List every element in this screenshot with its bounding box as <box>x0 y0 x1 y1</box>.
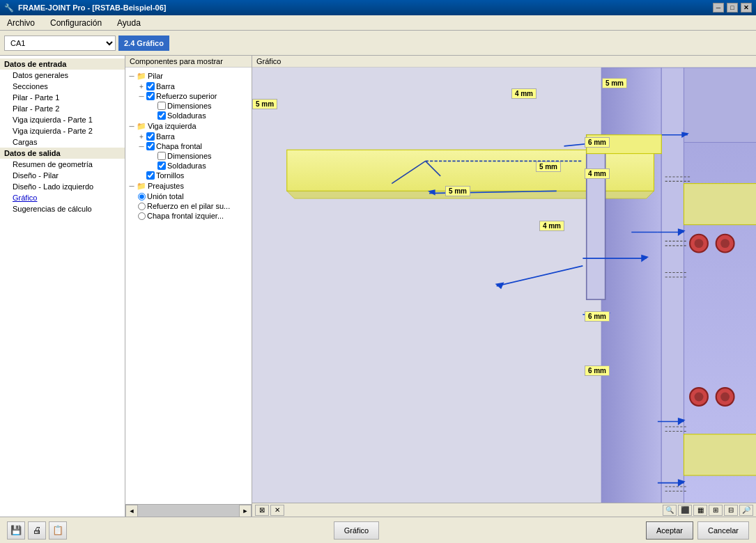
nav-resumen-geometria[interactable]: Resumen de geometría <box>0 159 125 170</box>
svg-rect-7 <box>587 135 605 300</box>
copy-button[interactable]: 📋 <box>49 521 67 540</box>
menu-bar: Archivo Configuración Ayuda <box>0 15 756 31</box>
dim-label-5mm-lower: 5 mm <box>445 186 470 196</box>
chapa-frontal-izq-radio[interactable] <box>138 212 146 220</box>
refuerzo-pilar-radio[interactable] <box>138 203 146 210</box>
pilar-expander[interactable]: ─ <box>127 72 137 80</box>
svg-point-19 <box>720 393 730 402</box>
tree-chapa-frontal[interactable]: ─ Chapa frontal <box>125 141 252 151</box>
graphic-icon-5[interactable]: ▦ <box>693 505 707 516</box>
tree-union-total[interactable]: Unión total <box>125 191 252 201</box>
nav-pilar-parte1[interactable]: Pilar - Parte 1 <box>0 92 125 103</box>
chapa-checkbox[interactable] <box>146 142 155 150</box>
tree-chapa-frontal-izq[interactable]: Chapa frontal izquier... <box>125 211 252 221</box>
pilar-barra-checkbox[interactable] <box>146 82 155 90</box>
nav-grafico[interactable]: Gráfico <box>0 192 125 203</box>
save-button[interactable]: 💾 <box>7 521 25 540</box>
graphic-right-icons: 🔍 ⬛ ▦ ⊞ ⊟ 🔎 <box>660 505 756 516</box>
svg-rect-43 <box>684 184 757 225</box>
components-header: Componentes para mostrar <box>125 56 252 68</box>
dim-label-6mm-bottom: 6 mm <box>585 365 610 376</box>
refuerzo-expander[interactable]: ─ <box>137 93 146 100</box>
tree-panel: ─ 📁 Pilar + Barra ─ Refuerzo superior <box>125 68 252 504</box>
viga-barra-expander[interactable]: + <box>137 133 146 141</box>
bottom-left-buttons: 💾 🖨 📋 <box>7 521 67 540</box>
nav-datos-generales[interactable]: Datos generales <box>0 70 125 81</box>
bottom-right-buttons: Aceptar Cancelar <box>646 521 749 540</box>
dim2-label: Dimensiones <box>167 152 212 160</box>
nav-sugerencias[interactable]: Sugerencias de cálculo <box>0 203 125 214</box>
datos-salida-header: Datos de salida <box>0 148 125 159</box>
viga-expander[interactable]: ─ <box>127 123 137 130</box>
tree-dimensiones-2[interactable]: Dimensiones <box>125 151 252 161</box>
sold2-checkbox[interactable] <box>157 162 166 170</box>
nav-secciones[interactable]: Secciones <box>0 81 125 92</box>
graphic-icon-1[interactable]: ⊠ <box>255 505 269 516</box>
app-icon: 🔧 <box>4 3 14 13</box>
tree-preajustes[interactable]: ─ 📁 Preajustes <box>125 180 252 191</box>
grafico-tab: Gráfico <box>252 56 756 68</box>
tornillos-checkbox[interactable] <box>146 171 155 180</box>
graphic-icon-4[interactable]: ⬛ <box>678 505 692 516</box>
nav-diseno-lado-izq[interactable]: Diseño - Lado izquierdo <box>0 181 125 192</box>
dim1-checkbox[interactable] <box>157 102 166 110</box>
dim1-label: Dimensiones <box>167 102 212 110</box>
scroll-right[interactable]: ► <box>239 505 252 517</box>
scroll-left[interactable]: ◄ <box>125 505 138 517</box>
viga-barra-label: Barra <box>156 132 175 141</box>
aceptar-button[interactable]: Aceptar <box>646 521 693 540</box>
ca-dropdown[interactable]: CA1 <box>4 36 116 51</box>
dim2-checkbox[interactable] <box>157 152 166 160</box>
tree-soldaduras-1[interactable]: Soldaduras <box>125 111 252 120</box>
chapa-expander[interactable]: ─ <box>137 143 146 150</box>
scroll-track[interactable] <box>138 505 239 517</box>
minimize-button[interactable]: ─ <box>713 3 724 13</box>
dim-label-5mm-mid: 5 mm <box>536 162 561 172</box>
window-title: FRAME-JOINT Pro - [RSTAB-Beispiel-06] <box>18 3 166 12</box>
tree-scrollbar: ◄ ► <box>125 504 252 517</box>
pilar-barra-expander[interactable]: + <box>137 83 146 90</box>
graphic-left-icons: ⊠ ✕ <box>252 505 287 516</box>
graphic-icon-3[interactable]: 🔍 <box>663 505 677 516</box>
tree-pilar-barra[interactable]: + Barra <box>125 81 252 91</box>
tree-pilar[interactable]: ─ 📁 Pilar <box>125 70 252 81</box>
maximize-button[interactable]: □ <box>727 3 738 13</box>
graphic-area[interactable]: 5 mm 5 mm 4 mm 6 mm 5 mm 5 mm 4 mm 4 mm … <box>252 68 756 517</box>
cancelar-button[interactable]: Cancelar <box>697 521 749 540</box>
viga-barra-checkbox[interactable] <box>146 132 155 141</box>
menu-archivo[interactable]: Archivo <box>3 17 39 29</box>
tree-dimensiones-1[interactable]: Dimensiones <box>125 101 252 111</box>
dim-label-4mm-top: 4 mm <box>511 88 537 99</box>
tree-tornillos[interactable]: Tornillos <box>125 171 252 180</box>
svg-rect-44 <box>684 434 757 475</box>
nav-viga-izq-parte2[interactable]: Viga izquierda - Parte 2 <box>0 125 125 136</box>
tree-refuerzo-superior[interactable]: ─ Refuerzo superior <box>125 91 252 101</box>
tornillos-label: Tornillos <box>156 171 184 180</box>
graphic-icon-7[interactable]: ⊟ <box>724 505 738 516</box>
refuerzo-checkbox[interactable] <box>146 92 155 100</box>
tree-soldaduras-2[interactable]: Soldaduras <box>125 161 252 171</box>
graphic-icon-2[interactable]: ✕ <box>270 505 284 516</box>
nav-viga-izq-parte1[interactable]: Viga izquierda - Parte 1 <box>0 114 125 125</box>
tree-viga-barra[interactable]: + Barra <box>125 132 252 141</box>
nav-cargas[interactable]: Cargas <box>0 136 125 148</box>
scene-svg <box>252 68 756 517</box>
nav-pilar-parte2[interactable]: Pilar - Parte 2 <box>0 103 125 114</box>
union-total-radio[interactable] <box>138 193 146 200</box>
preajustes-expander[interactable]: ─ <box>127 182 137 190</box>
graphic-icon-8[interactable]: 🔎 <box>739 505 753 516</box>
nav-diseno-pilar[interactable]: Diseño - Pilar <box>0 170 125 181</box>
svg-point-15 <box>720 239 730 248</box>
grafico-button[interactable]: Gráfico <box>334 521 379 540</box>
print-button[interactable]: 🖨 <box>28 521 46 540</box>
dim-label-5mm-topright: 5 mm <box>602 78 627 88</box>
close-button[interactable]: ✕ <box>741 3 752 13</box>
graphic-icon-6[interactable]: ⊞ <box>709 505 723 516</box>
tree-refuerzo-pilar[interactable]: Refuerzo en el pilar su... <box>125 201 252 211</box>
sold1-checkbox[interactable] <box>157 111 166 120</box>
top-toolbar: CA1 2.4 Gráfico <box>0 31 756 56</box>
tree-viga-izq[interactable]: ─ 📁 Viga izquierda <box>125 120 252 132</box>
menu-ayuda[interactable]: Ayuda <box>113 17 145 29</box>
menu-configuracion[interactable]: Configuración <box>46 17 106 29</box>
graphic-bottom-bar: ⊠ ✕ 🔍 ⬛ ▦ ⊞ ⊟ 🔎 <box>252 503 756 517</box>
